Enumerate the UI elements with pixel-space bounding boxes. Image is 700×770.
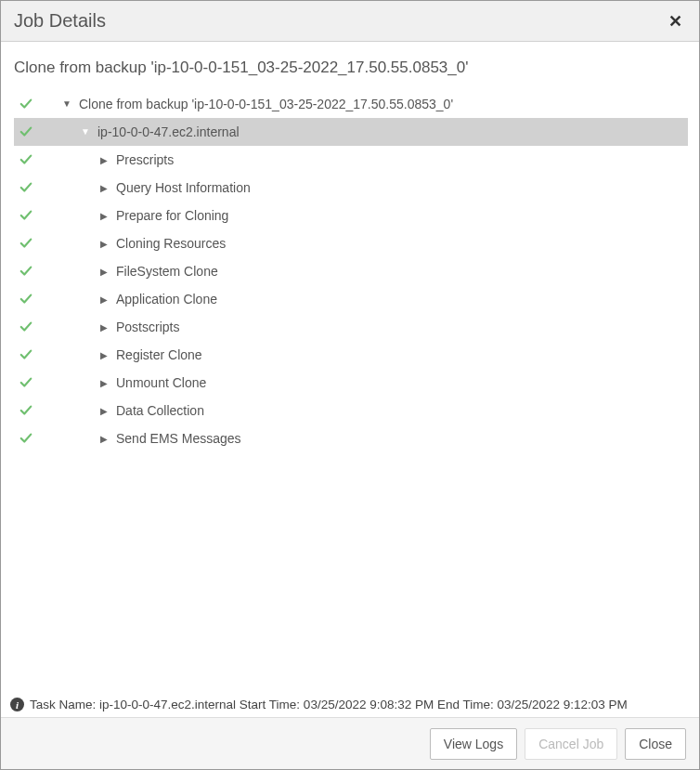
cancel-job-button: Cancel Job: [525, 728, 617, 760]
tree-label: Postscripts: [116, 320, 179, 334]
tree-label: Unmount Clone: [116, 375, 206, 390]
chevron-right-icon[interactable]: ▶: [97, 406, 110, 416]
status-icon-col: [19, 153, 42, 166]
status-bar: i Task Name: ip-10-0-0-47.ec2.internal S…: [1, 692, 699, 717]
tree-label: Application Clone: [116, 292, 217, 307]
steps-container: ▶Prescripts▶Query Host Information▶Prepa…: [14, 146, 688, 452]
tree-label: FileSystem Clone: [116, 264, 218, 279]
tree-row-step[interactable]: ▶Send EMS Messages: [14, 424, 688, 452]
chevron-right-icon[interactable]: ▶: [97, 434, 110, 444]
check-icon: [19, 432, 32, 445]
chevron-right-icon[interactable]: ▶: [97, 239, 110, 249]
chevron-down-icon[interactable]: ▼: [79, 126, 92, 137]
check-icon: [19, 348, 32, 361]
check-icon: [19, 181, 32, 194]
tree-row-step[interactable]: ▶Query Host Information: [14, 174, 688, 202]
tree-row-step[interactable]: ▶Application Clone: [14, 285, 688, 313]
tree-row-step[interactable]: ▶Cloning Resources: [14, 229, 688, 257]
status-icon-col: [19, 348, 42, 361]
tree-row-step[interactable]: ▶Unmount Clone: [14, 369, 688, 397]
content-area: Clone from backup 'ip-10-0-0-151_03-25-2…: [1, 42, 699, 691]
chevron-right-icon[interactable]: ▶: [97, 267, 110, 277]
check-icon: [19, 237, 32, 250]
check-icon: [19, 209, 32, 222]
chevron-right-icon[interactable]: ▶: [97, 294, 110, 305]
tree-row-step[interactable]: ▶Prescripts: [14, 146, 688, 174]
close-button[interactable]: Close: [625, 728, 686, 760]
check-icon: [19, 404, 32, 417]
tree-row-step[interactable]: ▶FileSystem Clone: [14, 257, 688, 285]
tree-row-step[interactable]: ▶Register Clone: [14, 341, 688, 369]
tree-label: ip-10-0-0-47.ec2.internal: [97, 124, 240, 139]
tree-row-root[interactable]: ▼ Clone from backup 'ip-10-0-0-151_03-25…: [14, 90, 688, 118]
check-icon: [19, 320, 32, 333]
job-subtitle: Clone from backup 'ip-10-0-0-151_03-25-2…: [14, 55, 688, 90]
chevron-right-icon[interactable]: ▶: [97, 183, 110, 193]
dialog-header: Job Details ✕: [1, 1, 699, 42]
status-icon-col: [19, 209, 42, 222]
tree-label: Cloning Resources: [116, 236, 226, 251]
tree-label: Prescripts: [116, 152, 174, 167]
status-icon-col: [19, 320, 42, 333]
tree-label: Clone from backup 'ip-10-0-0-151_03-25-2…: [79, 97, 453, 111]
check-icon: [19, 293, 32, 306]
check-icon: [19, 153, 32, 166]
status-icon-col: [19, 265, 42, 278]
tree-row-step[interactable]: ▶Data Collection: [14, 397, 688, 424]
chevron-right-icon[interactable]: ▶: [97, 350, 110, 360]
tree-label: Send EMS Messages: [116, 431, 241, 446]
scroll-area[interactable]: Clone from backup 'ip-10-0-0-151_03-25-2…: [8, 55, 692, 691]
status-icon-col: [19, 404, 42, 417]
status-icon-col: [19, 432, 42, 445]
tree-label: Data Collection: [116, 403, 204, 418]
status-icon-col: [19, 293, 42, 306]
view-logs-button[interactable]: View Logs: [430, 728, 517, 760]
status-icon-col: [19, 237, 42, 250]
close-icon[interactable]: ✕: [665, 11, 686, 32]
check-icon: [19, 265, 32, 278]
tree-row-host[interactable]: ▼ ip-10-0-0-47.ec2.internal: [14, 118, 688, 146]
chevron-right-icon[interactable]: ▶: [97, 155, 110, 165]
status-icon-col: [19, 376, 42, 389]
status-icon-col: [19, 98, 42, 111]
check-icon: [19, 376, 32, 389]
info-icon: i: [10, 698, 24, 711]
tree-row-step[interactable]: ▶Prepare for Cloning: [14, 202, 688, 229]
chevron-down-icon[interactable]: ▼: [60, 98, 73, 109]
status-text: Task Name: ip-10-0-0-47.ec2.internal Sta…: [30, 698, 628, 711]
chevron-right-icon[interactable]: ▶: [97, 211, 110, 221]
dialog-title: Job Details: [14, 10, 106, 32]
status-icon-col: [19, 125, 42, 138]
tree-label: Register Clone: [116, 347, 202, 362]
chevron-right-icon[interactable]: ▶: [97, 322, 110, 333]
check-icon: [19, 98, 32, 111]
dialog-footer: View Logs Cancel Job Close: [1, 717, 699, 769]
tree-label: Prepare for Cloning: [116, 208, 228, 223]
status-icon-col: [19, 181, 42, 194]
tree-row-step[interactable]: ▶Postscripts: [14, 313, 688, 341]
chevron-right-icon[interactable]: ▶: [97, 378, 110, 388]
check-icon: [19, 125, 32, 138]
tree-label: Query Host Information: [116, 180, 251, 195]
